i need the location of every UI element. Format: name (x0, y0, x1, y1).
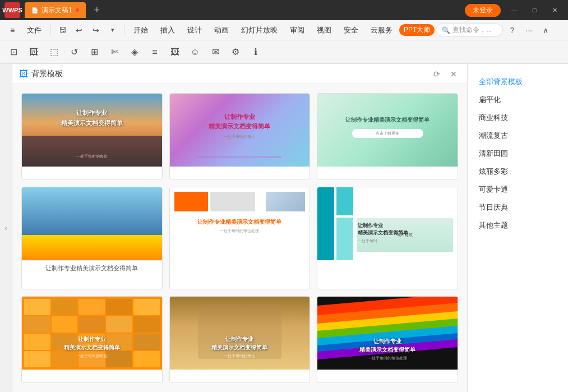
menu-design[interactable]: 设计 (182, 23, 207, 38)
tool-btn-1[interactable]: ⊡ (4, 43, 22, 61)
close-panel-button[interactable]: ✕ (447, 67, 460, 81)
template-card-2[interactable]: 让制作专业精美演示文档变得简单 一处于每时的每位 (169, 93, 311, 180)
right-sidebar: 全部背景模板 扁平化 商业科技 潮流复古 清新田园 炫丽多彩 可爱卡通 节日庆典… (467, 64, 568, 392)
category-cartoon[interactable]: 可爱卡通 (468, 181, 568, 199)
template-card-4[interactable]: 让制作专业精美演示文档变得简单 (21, 187, 163, 289)
login-button[interactable]: 未登录 (465, 4, 501, 17)
left-panel-collapse[interactable]: ‹ (0, 64, 12, 392)
template-thumb-8: 让制作专业精美演示文档变得简单 一处于每时的每位 (170, 297, 310, 370)
menu-cloud[interactable]: 云服务 (365, 23, 398, 38)
close-button[interactable]: ✕ (546, 3, 564, 17)
template-thumb-6: 城市建筑 让制作专业精美演示文档变得简单 一处于每时 (317, 187, 458, 260)
tool-btn-2[interactable]: 🖼 (25, 43, 43, 61)
divider-2 (124, 25, 124, 36)
tool-btn-3[interactable]: ⬚ (45, 43, 63, 61)
modified-dot (76, 8, 79, 12)
template-thumb-7: 让制作专业精美演示文档变得简单 一处于每时的每位 (22, 297, 162, 370)
category-all[interactable]: 全部背景模板 (468, 73, 568, 91)
category-colorful[interactable]: 炫丽多彩 (468, 163, 568, 181)
template-thumb-4 (22, 187, 162, 260)
maximize-button[interactable]: □ (525, 3, 543, 17)
toolbar-icon-4[interactable]: ▾ (105, 22, 121, 38)
divider-1 (50, 25, 51, 36)
menu-review[interactable]: 审阅 (284, 23, 310, 38)
tool-btn-12[interactable]: ⚙ (227, 43, 244, 61)
menu-security[interactable]: 安全 (338, 23, 364, 38)
template-card-8[interactable]: 让制作专业精美演示文档变得简单 一处于每时的每位 (169, 296, 311, 383)
template-grid: 让制作专业精美演示文档变得简单 一处于每时的每位 让制作专业精美演示文档变得简单… (12, 84, 467, 392)
template-thumb-3: 让制作专业精美演示文档变得简单 点击了解更多 (317, 94, 458, 167)
collapse-ribbon-button[interactable]: ∧ (538, 22, 553, 38)
help-button[interactable]: ? (504, 22, 520, 38)
minimize-button[interactable]: — (505, 3, 523, 17)
toolbar: ⊡ 🖼 ⬚ ↺ ⊞ ✄ ◈ ≡ 🖼 ☺ ✉ ⚙ ℹ (0, 40, 568, 64)
toolbar-icon-1[interactable]: 🖫 (54, 22, 70, 38)
template-card-1[interactable]: 让制作专业精美演示文档变得简单 一处于每时的每位 (21, 93, 163, 180)
tool-btn-9[interactable]: 🖼 (166, 43, 184, 61)
doc-icon: 📄 (31, 7, 38, 13)
tool-btn-11[interactable]: ✉ (206, 43, 224, 61)
search-command[interactable]: 🔍 查找命令，... (436, 24, 503, 36)
panel-icon: 🖼 (19, 69, 28, 79)
add-tab-button[interactable]: + (90, 3, 104, 17)
title-bar: WWPS 📄 演示文稿1 + 未登录 — □ ✕ (0, 0, 568, 20)
tool-btn-5[interactable]: ⊞ (85, 43, 103, 61)
panel-title: 背景模板 (31, 69, 63, 79)
menu-bar: ≡ 文件 🖫 ↩ ↪ ▾ 开始 插入 设计 动画 幻灯片放映 审阅 视图 安全 … (0, 20, 568, 40)
main-content: 🖼 背景模板 ⟳ ✕ 让制作专业精美演示文档变得简单 一处于每时的每位 (12, 64, 467, 392)
document-tab[interactable]: 📄 演示文稿1 (25, 2, 86, 18)
category-rural[interactable]: 清新田园 (468, 145, 568, 163)
refresh-button[interactable]: ⟳ (430, 67, 444, 81)
template-thumb-1: 让制作专业精美演示文档变得简单 一处于每时的每位 (22, 94, 162, 167)
menu-animation[interactable]: 动画 (209, 23, 234, 38)
template-card-7[interactable]: 让制作专业精美演示文档变得简单 一处于每时的每位 (21, 296, 163, 383)
category-biztech[interactable]: 商业科技 (468, 109, 568, 127)
panel-header: 🖼 背景模板 ⟳ ✕ (12, 64, 467, 84)
category-other[interactable]: 其他主题 (468, 216, 568, 234)
tool-btn-4[interactable]: ↺ (65, 43, 83, 61)
template-card-6[interactable]: 城市建筑 让制作专业精美演示文档变得简单 一处于每时 (317, 187, 458, 289)
category-retro[interactable]: 潮流复古 (468, 127, 568, 145)
menu-view[interactable]: 视图 (311, 23, 337, 38)
toolbar-icon-3[interactable]: ↪ (88, 22, 104, 38)
window-controls: — □ ✕ (505, 3, 564, 17)
template-thumb-2: 让制作专业精美演示文档变得简单 一处于每时的每位 (170, 94, 310, 167)
tool-btn-10[interactable]: ☺ (186, 43, 204, 61)
panel-container: ‹ 🖼 背景模板 ⟳ ✕ 让制作专业精美演示文档变得简单 一处于每时的每位 (0, 64, 568, 392)
search-icon: 🔍 (442, 26, 450, 34)
tool-btn-13[interactable]: ℹ (247, 43, 265, 61)
template-card-3[interactable]: 让制作专业精美演示文档变得简单 点击了解更多 (317, 93, 458, 180)
toolbar-icon-2[interactable]: ↩ (71, 22, 87, 38)
hamburger-menu[interactable]: ≡ (4, 22, 20, 38)
template-card-5[interactable]: 让制作专业精美演示文档变得简单 一处于每时的每位处理 (169, 187, 311, 289)
template-thumb-5: 让制作专业精美演示文档变得简单 一处于每时的每位处理 (170, 187, 310, 260)
category-festival[interactable]: 节日庆典 (468, 199, 568, 216)
wps-logo: WWPS (4, 2, 20, 18)
tool-btn-7[interactable]: ◈ (126, 43, 144, 61)
menu-file[interactable]: 文件 (21, 23, 47, 38)
menu-start[interactable]: 开始 (128, 23, 154, 38)
template-thumb-9: 让制作专业精美演示文档变得简单 一处于每时的每位处理 (317, 297, 458, 370)
menu-insert[interactable]: 插入 (155, 23, 181, 38)
category-flat[interactable]: 扁平化 (468, 91, 568, 109)
template-card-9[interactable]: 让制作专业精美演示文档变得简单 一处于每时的每位处理 (317, 296, 458, 383)
tool-btn-8[interactable]: ≡ (146, 43, 164, 61)
tool-btn-6[interactable]: ✄ (105, 43, 123, 61)
menu-slideshow[interactable]: 幻灯片放映 (235, 23, 283, 38)
ppt-master-badge[interactable]: PPT大师 (399, 24, 435, 36)
more-button[interactable]: ··· (521, 22, 537, 38)
template-caption-4: 让制作专业精美演示文档变得简单 (22, 260, 162, 276)
